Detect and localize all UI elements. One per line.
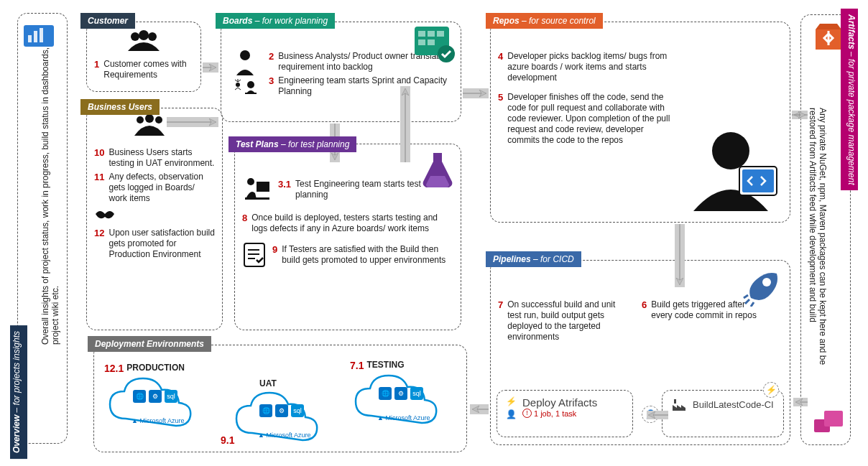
- customer-title: Customer: [88, 16, 128, 26]
- overview-sub: – for projects insights: [11, 331, 22, 412]
- repos-box: 4Developer picks backlog items/ bugs fro…: [490, 22, 790, 223]
- step-11: Any defects, observation gets logged in …: [108, 172, 215, 204]
- boards-sub: – for work planning: [255, 16, 328, 26]
- warning-icon: !: [522, 409, 532, 418]
- svg-rect-2: [34, 31, 37, 42]
- svg-point-18: [247, 81, 254, 88]
- web-icon: 🌐: [133, 390, 146, 403]
- svg-rect-14: [428, 39, 435, 45]
- overview-title: Overview: [11, 415, 22, 453]
- svg-point-26: [712, 132, 749, 169]
- step-7: On successful build and unit test run, b…: [507, 299, 620, 342]
- svg-rect-24: [245, 197, 269, 200]
- flask-icon: [420, 150, 455, 191]
- step-2-num: 2: [269, 51, 274, 62]
- api-icon: ⚙: [149, 390, 162, 403]
- customer-tag: Customer: [80, 13, 135, 29]
- pipelines-title: Pipelines: [493, 254, 531, 264]
- deploy-title-tag: Deployment Environments: [95, 339, 204, 349]
- svg-rect-13: [418, 39, 425, 45]
- boards-tag: Boards – for work planning: [216, 13, 335, 29]
- svg-point-29: [762, 278, 771, 286]
- business-tag: Business Users: [80, 99, 160, 115]
- overview-tag: Overview – for projects insights: [10, 325, 27, 459]
- web-icon-3: 🌐: [379, 387, 392, 400]
- repos-title: Repos: [493, 16, 520, 26]
- azure-logo-icon-2: ▲: [258, 432, 266, 439]
- cloud-testing: 🌐⚙sql ▲ Microsoft Azure: [350, 371, 451, 429]
- boards-box: 2Business Analysts/ Product owner transl…: [221, 22, 461, 122]
- step-9-num: 9: [272, 244, 277, 255]
- web-icon-2: 🌐: [259, 404, 272, 417]
- analyst-icon: [231, 48, 259, 79]
- step-3-num: 3: [269, 75, 274, 86]
- sql-icon: sql: [165, 390, 177, 403]
- test-sub: – for test planning: [281, 139, 349, 149]
- svg-point-17: [236, 83, 240, 87]
- handshake-icon: [94, 207, 116, 225]
- uat-label: UAT: [259, 378, 277, 388]
- api-icon-2: ⚙: [275, 404, 288, 417]
- customer-box: 1Customer comes with Requirements: [86, 22, 201, 92]
- boards-icon: [415, 27, 456, 66]
- api-icon-3: ⚙: [394, 387, 407, 400]
- sql-icon-2: sql: [291, 404, 304, 417]
- step-5-num: 5: [498, 92, 503, 103]
- build-card: ⚡ BuildLatestCode-CI: [662, 390, 784, 437]
- svg-point-8: [148, 32, 157, 41]
- rocket-icon: [742, 266, 782, 309]
- prod-num: 12.1: [104, 363, 124, 374]
- step-7-num: 7: [498, 299, 503, 310]
- prod-label: PRODUCTION: [126, 363, 185, 373]
- test-label: TESTING: [366, 360, 404, 370]
- azure-label-3: Microsoft Azure: [385, 414, 430, 421]
- business-title: Business Users: [88, 102, 152, 112]
- svg-point-20: [145, 114, 154, 123]
- svg-rect-12: [437, 31, 444, 37]
- pipelines-sub: – for CICD: [533, 254, 574, 264]
- deploy-sub: 1 job, 1 task: [534, 409, 576, 418]
- business-box: 10Business Users starts testing in UAT e…: [86, 108, 223, 330]
- svg-rect-1: [28, 35, 32, 42]
- artifacts-description: Any private NuGet, npm, Maven packages c…: [809, 108, 828, 366]
- planning-icon: [231, 79, 259, 98]
- lightning-icon: ⚡: [506, 396, 517, 406]
- repos-tag: Repos – for source control: [486, 13, 603, 29]
- pipelines-box: 7On successful build and unit test run, …: [490, 260, 790, 445]
- deploy-tag: Deployment Environments: [88, 336, 211, 352]
- checklist-icon: [242, 241, 267, 271]
- step-10: Business Users starts testing in UAT env…: [108, 147, 215, 169]
- artifacts-tag: Artifacts – for private package manageme…: [841, 9, 858, 190]
- svg-point-7: [139, 30, 149, 40]
- step-12-num: 12: [94, 228, 104, 238]
- step-10-num: 10: [94, 147, 104, 158]
- deploy-box: 12.1 PRODUCTION 🌐⚙sql ▲ Microsoft Azure …: [93, 345, 467, 452]
- step-1: Customer comes with Requirements: [103, 59, 193, 80]
- svg-point-19: [137, 116, 144, 124]
- build-title: BuildLatestCode-CI: [693, 400, 774, 410]
- step-8: Once build is deployed, testers starts t…: [251, 213, 453, 234]
- step-9: If Testers are satisfied with the Build …: [282, 244, 453, 266]
- artifacts-icon-bottom: [811, 406, 846, 437]
- step-5: Developer finishes off the code, send th…: [507, 92, 678, 146]
- overview-description: Overall insights of project status, work…: [40, 43, 59, 345]
- azure-logo-icon: ▲: [131, 417, 139, 424]
- svg-point-23: [247, 178, 254, 185]
- step-12: Upon user satisfaction build gets promot…: [108, 228, 215, 260]
- step-8-num: 8: [242, 213, 247, 223]
- deploy-artifacts-card: ⚡ 👤 Deploy Atrifacts ! 1 job, 1 task: [497, 390, 633, 437]
- cloud-uat: 🌐⚙sql ▲ Microsoft Azure: [231, 388, 331, 446]
- svg-point-6: [131, 32, 139, 41]
- svg-rect-10: [418, 31, 425, 37]
- azure-label-1: Microsoft Azure: [139, 417, 184, 424]
- trigger-badge-icon: ⚡: [763, 382, 779, 398]
- step-4: Developer picks backlog items/ bugs from…: [507, 51, 678, 83]
- artifacts-title: Artifacts: [846, 14, 857, 50]
- deploy-title: Deploy Atrifacts: [522, 396, 597, 409]
- factory-icon: [671, 396, 688, 414]
- cloud-production: 🌐⚙sql ▲ Microsoft Azure: [104, 374, 205, 432]
- person-arrow-icon: 👤: [642, 406, 659, 423]
- azure-logo-icon-3: ▲: [377, 414, 385, 421]
- test-box: 3.1Test Engineering team starts test pla…: [234, 144, 461, 330]
- tester-icon: [242, 176, 272, 205]
